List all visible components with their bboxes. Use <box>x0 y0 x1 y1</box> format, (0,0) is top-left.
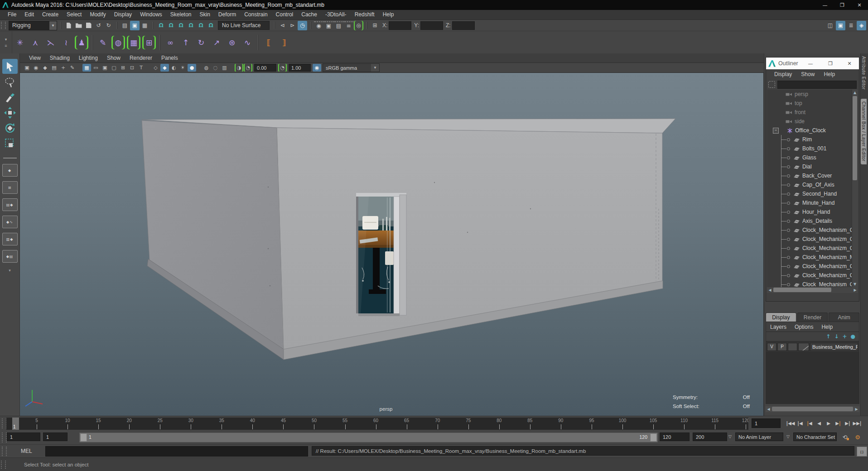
construction-history-icon[interactable]: ◷ <box>298 21 307 30</box>
image-plane-icon[interactable]: ▤ <box>50 64 58 72</box>
snap-curve-icon[interactable]: Ω <box>166 21 176 30</box>
layer-menu-layers[interactable]: Layers <box>766 324 791 330</box>
layout-hypershade[interactable]: ▥◆ <box>2 233 18 245</box>
outliner-item-rim[interactable]: Rim <box>767 135 858 144</box>
shelf-pole-vector-icon[interactable]: ⊛ <box>225 36 239 49</box>
select-object-icon[interactable]: ▣ <box>130 21 140 30</box>
shelf-aim-constraint-icon[interactable]: ↗ <box>210 36 223 49</box>
panel-horizontal-scrollbar[interactable]: ◀ ▶ <box>766 406 859 412</box>
menu-create[interactable]: Create <box>38 10 63 19</box>
outliner-title-bar[interactable]: Outliner — ❐ ✕ <box>766 58 859 69</box>
panel-menu-view[interactable]: View <box>24 55 45 61</box>
outliner-item-office-clock[interactable]: −Office_Clock <box>767 126 858 135</box>
save-scene-icon[interactable] <box>84 21 93 30</box>
scale-tool[interactable] <box>2 136 18 151</box>
scroll-right-icon[interactable]: ▶ <box>852 287 858 293</box>
menu-edit[interactable]: Edit <box>20 10 38 19</box>
shelf-tab-menu[interactable]: ▾ ≡ <box>0 31 12 54</box>
snap-grid-icon[interactable]: Ω <box>156 21 166 30</box>
shelf-ribbon-icon[interactable]: ≀ <box>59 36 73 49</box>
y-input[interactable] <box>420 21 443 30</box>
outliner-item-top[interactable]: top <box>767 99 858 108</box>
layer-playback-toggle[interactable]: P <box>777 343 787 351</box>
outliner-vertical-scrollbar[interactable]: ▲ ▼ <box>852 90 858 287</box>
menu-file[interactable]: File <box>4 10 20 19</box>
outliner-close-button[interactable]: ✕ <box>844 58 854 69</box>
outliner-item-front[interactable]: front <box>767 108 858 117</box>
safe-title-icon[interactable]: T <box>137 64 145 72</box>
outliner-item-clock-mechanizm-co[interactable]: Clock_Mechanizm_Co <box>767 262 858 271</box>
scroll-left-icon[interactable]: ◀ <box>767 287 773 293</box>
outliner-minimize-button[interactable]: — <box>805 58 815 69</box>
shelf-paint-skin-weights-icon[interactable]: ✎ <box>96 36 110 49</box>
color-management-icon[interactable]: ◉ <box>313 64 321 72</box>
panel-menu-show[interactable]: Show <box>102 55 125 61</box>
two-d-pan-zoom-icon[interactable]: + <box>59 64 68 72</box>
select-camera-icon[interactable]: ▣ <box>23 64 31 72</box>
x-input[interactable] <box>389 21 411 30</box>
channel-box-toggle-icon[interactable]: ◈ <box>857 21 866 30</box>
layout-more-icon[interactable]: ▾ <box>9 268 11 273</box>
tab-attribute-editor[interactable]: Attribute Editor <box>861 53 867 92</box>
animation-start-field[interactable]: 1 <box>7 433 40 441</box>
script-editor-icon[interactable]: {;} <box>857 447 867 457</box>
menu-help[interactable]: Help <box>379 10 398 19</box>
exposure-icon[interactable]: ◑ <box>235 64 243 72</box>
scrollbar-thumb[interactable] <box>773 288 831 292</box>
menu-redshift[interactable]: Redshift <box>351 10 379 19</box>
menu-skin[interactable]: Skin <box>196 10 214 19</box>
move-layer-down-icon[interactable]: ↓ <box>834 333 839 340</box>
outliner-item-back-cover[interactable]: Back_Cover <box>767 171 858 180</box>
scroll-down-icon[interactable]: ▼ <box>852 281 858 287</box>
layer-color-swatch[interactable] <box>798 343 809 351</box>
outliner-item-persp[interactable]: persp <box>767 90 858 99</box>
move-tool[interactable] <box>2 105 18 120</box>
menu-display[interactable]: Display <box>110 10 136 19</box>
contrast-icon[interactable]: ◔ <box>244 64 252 72</box>
range-end-handle[interactable] <box>650 433 657 442</box>
outliner-item-side[interactable]: side <box>767 117 858 126</box>
attribute-editor-toggle-icon[interactable]: ▣ <box>836 21 845 30</box>
outliner-item-glass[interactable]: Glass <box>767 153 858 162</box>
step-forward-key-button[interactable]: ▶| <box>834 418 843 428</box>
lasso-tool[interactable] <box>2 74 18 89</box>
smooth-shade-icon[interactable]: ◆ <box>160 64 169 72</box>
outliner-menu-display[interactable]: Display <box>770 71 796 77</box>
menu-windows[interactable]: Windows <box>136 10 166 19</box>
view-transform-dropdown[interactable]: sRGB gamma ▼ <box>323 63 380 72</box>
outliner-search-input[interactable] <box>777 81 857 89</box>
open-scene-icon[interactable] <box>74 21 83 30</box>
wireframe-icon[interactable]: ◇ <box>151 64 160 72</box>
go-to-end-button[interactable]: ▶▶| <box>853 418 862 428</box>
layout-persp-graph[interactable]: ◆∿ <box>2 216 18 228</box>
layout-persp-uv[interactable]: ◆▤ <box>2 250 18 263</box>
menu-set-dropdown[interactable]: Rigging ▼ <box>9 21 57 30</box>
outliner-maximize-button[interactable]: ❐ <box>825 58 835 69</box>
outliner-item-minute-hand[interactable]: Minute_Hand <box>767 198 858 207</box>
playback-start-field[interactable]: 1 <box>43 433 68 441</box>
outliner-menu-help[interactable]: Help <box>819 71 839 77</box>
menu-3dtoall[interactable]: -3DtoAll- <box>321 10 351 19</box>
layer-display-type-toggle[interactable] <box>788 343 797 351</box>
shelf-create-joint-icon[interactable]: ⋏ <box>29 36 42 49</box>
anim-layer-field[interactable]: No Anim Layer <box>735 433 783 441</box>
shelf-hik-start-icon[interactable]: ⟦ <box>262 36 275 49</box>
outliner-item-clock-mechanism-co[interactable]: Clock_Mechanism_Co <box>767 280 858 287</box>
range-slider-grip[interactable] <box>2 433 7 442</box>
shelf-motion-path-icon[interactable]: ∿ <box>241 36 254 49</box>
go-to-start-button[interactable]: |◀◀ <box>786 418 795 428</box>
outliner-item-clock-mechanizm-co[interactable]: Clock_Mechanizm_Co <box>767 235 858 244</box>
undo-icon[interactable]: ↺ <box>94 21 103 30</box>
menu-constrain[interactable]: Constrain <box>240 10 271 19</box>
time-slider-track[interactable]: 1 51015202530354045505560657075808590951… <box>6 418 748 430</box>
playback-range-bar[interactable]: 1 120 <box>79 433 658 442</box>
camera-attributes-icon[interactable]: ◉ <box>32 64 40 72</box>
status-grip[interactable] <box>1 22 6 29</box>
panel-menu-lighting[interactable]: Lighting <box>74 55 102 61</box>
make-object-live-icon[interactable]: Ω <box>206 21 216 30</box>
bookmark-icon[interactable]: ◆ <box>41 64 49 72</box>
ipr-render-icon[interactable]: ▤ <box>334 21 343 30</box>
mel-input[interactable] <box>45 446 308 457</box>
playback-end-field[interactable]: 120 <box>660 433 690 441</box>
use-all-lights-icon[interactable]: ☀ <box>178 64 187 72</box>
